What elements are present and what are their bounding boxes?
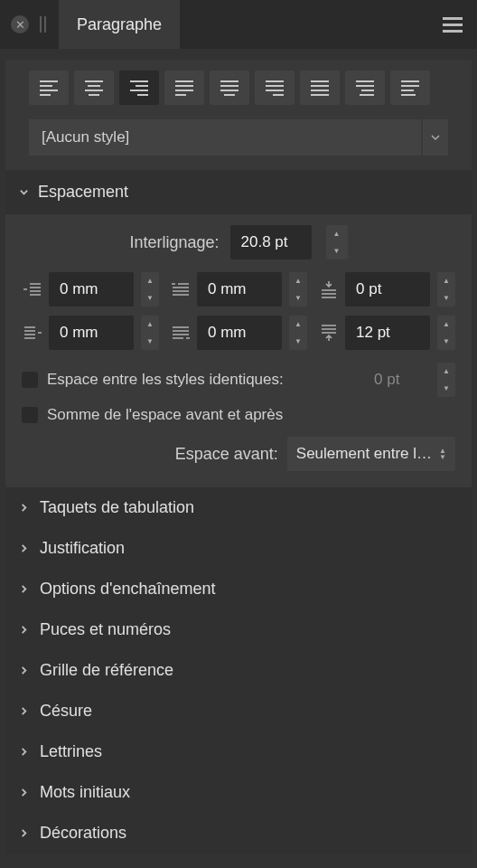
space-after-stepper[interactable]: ▲▼ — [437, 316, 455, 350]
section-bullets-header[interactable]: Puces et numéros — [5, 609, 472, 650]
section-initial-header[interactable]: Mots initiaux — [5, 772, 472, 813]
indent-right-stepper[interactable]: ▲▼ — [141, 316, 159, 350]
dock-icon[interactable] — [40, 16, 46, 33]
align-right-button[interactable] — [119, 71, 159, 105]
panel-header: ✕ Paragraphe — [0, 0, 477, 49]
align-away-spine-button[interactable] — [390, 71, 430, 105]
justify-center-button[interactable] — [210, 71, 249, 105]
section-spacing-header[interactable]: Espacement — [5, 170, 472, 214]
before-label: Espace avant: — [22, 445, 278, 464]
chevron-right-icon — [18, 584, 29, 595]
section-dropcaps-label: Lettrines — [40, 742, 102, 761]
chevron-right-icon — [18, 543, 29, 554]
same-style-label: Espace entre les styles identiques: — [47, 371, 354, 389]
same-style-stepper[interactable]: ▲▼ — [437, 363, 455, 397]
indent-left-input[interactable]: 0 mm — [49, 272, 134, 307]
chevron-down-icon — [18, 187, 29, 198]
close-icon[interactable]: ✕ — [11, 15, 29, 33]
first-line-indent-icon — [170, 279, 192, 299]
section-hyphen-label: Césure — [40, 702, 92, 721]
align-left-button[interactable] — [29, 71, 69, 105]
sum-checkbox[interactable] — [22, 407, 38, 423]
chevron-right-icon — [18, 747, 29, 758]
section-baseline-label: Grille de référence — [40, 661, 173, 680]
section-tabs-label: Taquets de tabulation — [40, 498, 194, 517]
section-bullets-label: Puces et numéros — [40, 620, 171, 639]
justify-left-button[interactable] — [164, 71, 204, 105]
chevron-right-icon — [18, 503, 29, 514]
justify-all-button[interactable] — [300, 71, 340, 105]
indent-left-icon — [22, 279, 43, 299]
indent-left-stepper[interactable]: ▲▼ — [141, 272, 159, 307]
style-dropdown-icon[interactable] — [423, 119, 448, 156]
updown-icon: ▲▼ — [439, 448, 446, 460]
section-deco-header[interactable]: Décorations — [5, 813, 472, 854]
panel-menu-icon[interactable] — [443, 17, 463, 33]
section-justification-header[interactable]: Justification — [5, 528, 472, 569]
indent-right-input[interactable]: 0 mm — [49, 316, 134, 350]
indent-right-icon — [22, 323, 43, 343]
same-style-checkbox[interactable] — [22, 372, 38, 388]
space-before-stepper[interactable]: ▲▼ — [437, 272, 455, 307]
align-spine-button[interactable] — [345, 71, 385, 105]
space-before-input[interactable]: 0 pt — [345, 272, 430, 307]
space-before-mode-value: Seulement entre l… — [296, 445, 432, 463]
sum-label: Somme de l'espace avant et après — [47, 406, 455, 424]
last-line-input[interactable]: 0 mm — [197, 316, 282, 350]
section-tabs-header[interactable]: Taquets de tabulation — [5, 487, 472, 528]
section-hyphen-header[interactable]: Césure — [5, 691, 472, 731]
section-dropcaps-header[interactable]: Lettrines — [5, 731, 472, 772]
section-justification-label: Justification — [40, 539, 125, 558]
first-line-input[interactable]: 0 mm — [197, 272, 282, 307]
section-spacing-title: Espacement — [38, 183, 128, 202]
space-after-icon — [318, 323, 340, 343]
chevron-right-icon — [18, 706, 29, 717]
spacing-body: Interlignage: 20.8 pt ▲▼ 0 mm ▲▼ 0 mm ▲▼… — [5, 214, 472, 487]
last-line-stepper[interactable]: ▲▼ — [289, 316, 307, 350]
space-before-mode-select[interactable]: Seulement entre l… ▲▼ — [287, 437, 455, 471]
leading-input[interactable]: 20.8 pt — [230, 225, 312, 259]
space-before-icon — [318, 279, 340, 299]
first-line-stepper[interactable]: ▲▼ — [289, 272, 307, 307]
section-flow-header[interactable]: Options d'enchaînement — [5, 569, 472, 609]
align-center-button[interactable] — [74, 71, 114, 105]
chevron-right-icon — [18, 788, 29, 798]
section-flow-label: Options d'enchaînement — [40, 580, 216, 599]
tab-paragraphe[interactable]: Paragraphe — [59, 0, 180, 49]
chevron-right-icon — [18, 625, 29, 636]
chevron-right-icon — [18, 828, 29, 839]
section-initial-label: Mots initiaux — [40, 783, 130, 802]
section-deco-label: Décorations — [40, 824, 126, 843]
leading-label: Interlignage: — [129, 233, 219, 252]
justify-right-button[interactable] — [255, 71, 295, 105]
same-style-input[interactable]: 0 pt — [363, 363, 426, 397]
alignment-toolbar — [5, 60, 472, 119]
leading-dropdown[interactable]: ▲▼ — [326, 225, 348, 259]
chevron-right-icon — [18, 665, 29, 676]
section-baseline-header[interactable]: Grille de référence — [5, 650, 472, 691]
last-line-indent-icon — [170, 323, 192, 343]
space-after-input[interactable]: 12 pt — [345, 316, 430, 350]
paragraph-style-select[interactable]: [Aucun style] — [29, 119, 421, 156]
